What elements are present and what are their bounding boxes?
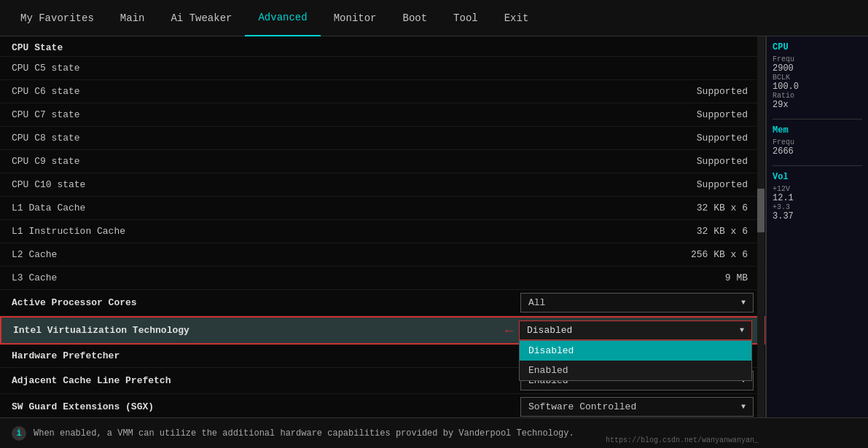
sgx-dropdown[interactable]: Software Controlled ▼ [520, 397, 754, 417]
right-mem-title: Mem [773, 125, 862, 135]
table-row: CPU C6 state Supported [0, 80, 765, 103]
table-row: L1 Instruction Cache 32 KB x 6 [0, 220, 765, 243]
sgx-dropdown-box[interactable]: Software Controlled ▼ [520, 397, 754, 417]
table-row: CPU C10 state Supported [0, 173, 765, 197]
active-cores-dropdown-box[interactable]: All ▼ [520, 293, 754, 313]
vt-dropdown[interactable]: Disabled ▼ Disabled Enabled [519, 321, 752, 340]
sgx-dropdown-arrow-icon: ▼ [741, 403, 746, 411]
url-watermark: https://blog.csdn.net/wanyanwanyan_ [606, 436, 759, 444]
intel-vt-row: Intel Virtualization Technology ← Disabl… [1, 318, 764, 343]
table-row: CPU C9 state Supported [0, 150, 765, 173]
left-panel: CPU State CPU C5 state CPU C6 state Supp… [0, 36, 766, 448]
vt-option-enabled[interactable]: Enabled [520, 361, 751, 380]
nav-tool[interactable]: Tool [440, 0, 491, 36]
vt-dropdown-menu: Disabled Enabled [519, 340, 752, 381]
active-processor-cores-row: Active Processor Cores All ▼ [0, 290, 765, 316]
right-panel: CPU Frequ 2900 BCLK 100.0 Ratio 29x Mem … [766, 36, 868, 448]
info-icon: i [12, 426, 26, 441]
right-mem-section: Mem Frequ 2666 [773, 125, 862, 157]
nav-bar: My Favorites Main Ai Tweaker Advanced Mo… [0, 0, 868, 36]
nav-advanced[interactable]: Advanced [245, 0, 320, 36]
table-row: CPU C8 state Supported [0, 127, 765, 150]
table-row: CPU C5 state [0, 57, 765, 80]
left-arrow-icon: ← [505, 323, 513, 338]
nav-my-favorites[interactable]: My Favorites [7, 0, 107, 36]
vt-option-disabled[interactable]: Disabled [520, 341, 751, 361]
settings-table: CPU C5 state CPU C6 state Supported CPU … [0, 57, 765, 420]
right-cpu-title: CPU [773, 42, 862, 52]
table-row: L2 Cache 256 KB x 6 [0, 243, 765, 267]
right-vol-title: Vol [773, 172, 862, 182]
table-row: CPU C7 state Supported [0, 103, 765, 127]
nav-exit[interactable]: Exit [491, 0, 542, 36]
right-vol-section: Vol +12V 12.1 +3.3 3.37 [773, 172, 862, 221]
nav-monitor[interactable]: Monitor [321, 0, 390, 36]
active-cores-dropdown[interactable]: All ▼ [520, 293, 754, 313]
scrollbar[interactable] [757, 36, 765, 417]
right-cpu-section: CPU Frequ 2900 BCLK 100.0 Ratio 29x [773, 42, 862, 110]
cpu-state-header: CPU State [0, 36, 765, 57]
vt-dropdown-box[interactable]: Disabled ▼ [519, 321, 752, 340]
nav-ai-tweaker[interactable]: Ai Tweaker [157, 0, 245, 36]
intel-vt-row-wrapper: Intel Virtualization Technology ← Disabl… [0, 316, 765, 345]
sgx-row: SW Guard Extensions (SGX) Software Contr… [0, 394, 765, 420]
status-text: When enabled, a VMM can utilize the addi… [34, 428, 574, 439]
table-row: L3 Cache 9 MB [0, 267, 765, 290]
scrollbar-thumb[interactable] [757, 189, 765, 232]
main-layout: CPU State CPU C5 state CPU C6 state Supp… [0, 36, 868, 448]
nav-main[interactable]: Main [107, 0, 158, 36]
vt-dropdown-arrow-icon: ▼ [740, 326, 744, 334]
table-row: L1 Data Cache 32 KB x 6 [0, 197, 765, 220]
right-divider-2 [773, 165, 862, 166]
nav-boot[interactable]: Boot [389, 0, 440, 36]
dropdown-arrow-icon: ▼ [741, 299, 746, 307]
right-divider-1 [773, 119, 862, 119]
